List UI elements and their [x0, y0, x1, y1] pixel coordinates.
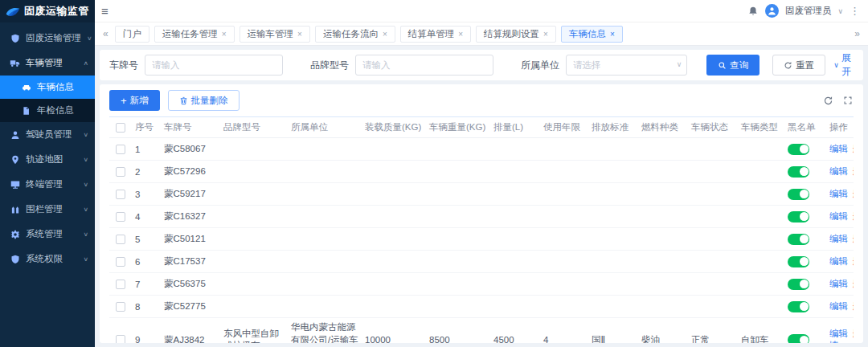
- tab-close-icon[interactable]: ×: [458, 30, 463, 39]
- cell-status: [688, 273, 738, 296]
- more-vertical-icon[interactable]: ⋮: [850, 5, 860, 17]
- row-checkbox[interactable]: [116, 280, 125, 289]
- reset-button[interactable]: 重置: [772, 55, 825, 76]
- row-checkbox[interactable]: [116, 167, 125, 177]
- batch-delete-button[interactable]: 批量删除: [168, 90, 240, 111]
- sidebar-item-fence-mgmt[interactable]: 围栏管理∨: [0, 197, 95, 222]
- edit-link[interactable]: 编辑: [829, 166, 848, 176]
- row-checkbox[interactable]: [116, 212, 125, 222]
- unit-filter-select-value[interactable]: [566, 55, 687, 76]
- blacklist-toggle[interactable]: [788, 189, 809, 200]
- tab-active-6[interactable]: 车辆信息×: [561, 26, 623, 43]
- blacklist-toggle[interactable]: [788, 301, 809, 312]
- blacklist-toggle[interactable]: [788, 166, 809, 178]
- tab-1[interactable]: 运输任务管理×: [154, 26, 235, 43]
- tabs-scroll-right-icon[interactable]: »: [853, 28, 862, 39]
- delete-link[interactable]: 删除: [853, 256, 854, 266]
- cell-actions: 编辑删除详情: [826, 296, 854, 318]
- fullscreen-icon[interactable]: [843, 96, 854, 106]
- blacklist-toggle[interactable]: [788, 279, 809, 290]
- cell-unit: [288, 161, 362, 183]
- tab-2[interactable]: 运输车管理×: [240, 26, 310, 43]
- tab-close-icon[interactable]: ×: [543, 30, 548, 39]
- app-logo: 固废运输监管: [0, 0, 95, 22]
- tab-4[interactable]: 结算单管理×: [400, 26, 471, 43]
- sidebar-item-vehicle-info[interactable]: 车辆信息: [0, 76, 95, 99]
- sidebar-item-inspection-info[interactable]: 年检信息: [0, 99, 95, 122]
- tab-label: 运输任务管理: [162, 28, 218, 40]
- cell-fuel: 柴油: [638, 318, 688, 344]
- row-checkbox[interactable]: [116, 302, 125, 312]
- tab-3[interactable]: 运输任务流向×: [315, 26, 395, 43]
- row-checkbox[interactable]: [116, 190, 125, 199]
- topbar: ≡ 固废管理员 ∨ ⋮: [95, 0, 868, 22]
- cell-index: 6: [132, 251, 161, 273]
- edit-link[interactable]: 编辑: [829, 234, 848, 243]
- edit-link[interactable]: 编辑: [829, 211, 848, 221]
- edit-link[interactable]: 编辑: [829, 329, 848, 338]
- search-button[interactable]: 查询: [706, 55, 760, 76]
- tab-label: 门户: [123, 28, 141, 40]
- select-all-checkbox[interactable]: [116, 123, 125, 133]
- edit-link[interactable]: 编辑: [829, 279, 848, 288]
- cell-vtype: [738, 273, 784, 296]
- tab-0[interactable]: 门户: [115, 26, 149, 43]
- table-body: 1蒙C58067编辑删除详情2蒙C57296编辑删除详情3蒙C59217编辑删除…: [109, 138, 854, 344]
- blacklist-toggle[interactable]: [788, 334, 809, 343]
- column-header-weight_kg: 车辆重量(KG): [426, 117, 490, 138]
- user-avatar[interactable]: [765, 4, 779, 18]
- cell-status: [688, 251, 738, 273]
- delete-link[interactable]: 删除: [853, 329, 854, 338]
- delete-link[interactable]: 删除: [853, 301, 854, 311]
- table-row: 4蒙C16327编辑删除详情: [109, 206, 854, 228]
- blacklist-toggle[interactable]: [788, 234, 809, 245]
- edit-link[interactable]: 编辑: [829, 256, 848, 266]
- row-checkbox[interactable]: [116, 335, 125, 343]
- sidebar-item-system-permission[interactable]: 系统权限∨: [0, 247, 95, 271]
- edit-link[interactable]: 编辑: [829, 301, 848, 311]
- cell-plate: 蒙AJ3842: [161, 318, 220, 344]
- cell-emission: [588, 296, 638, 318]
- edit-link[interactable]: 编辑: [829, 189, 848, 198]
- cell-load_kg: [362, 251, 426, 273]
- tabs-scroll-left-icon[interactable]: «: [101, 28, 110, 39]
- sidebar-item-vehicle-mgmt[interactable]: 车辆管理∧: [0, 51, 95, 76]
- sidebar-item-waste-transport-mgmt[interactable]: 固废运输管理∨: [0, 26, 95, 51]
- user-name[interactable]: 固废管理员: [785, 5, 832, 17]
- delete-link[interactable]: 删除: [853, 166, 854, 176]
- chevron-down-icon: ∨: [83, 132, 88, 138]
- expand-filters-link[interactable]: ∨ 展开: [833, 51, 854, 79]
- add-button[interactable]: + 新增: [109, 90, 160, 111]
- tab-close-icon[interactable]: ×: [383, 30, 387, 39]
- sidebar-item-system-mgmt[interactable]: 系统管理∨: [0, 222, 95, 247]
- row-checkbox[interactable]: [116, 145, 125, 154]
- delete-link[interactable]: 删除: [853, 211, 854, 221]
- brand-filter-input[interactable]: [355, 55, 493, 76]
- hamburger-menu-icon[interactable]: ≡: [101, 5, 108, 17]
- tab-close-icon[interactable]: ×: [297, 30, 302, 39]
- delete-link[interactable]: 删除: [853, 189, 854, 198]
- row-checkbox[interactable]: [116, 235, 125, 244]
- tab-close-icon[interactable]: ×: [222, 30, 227, 39]
- blacklist-toggle[interactable]: [788, 144, 809, 155]
- delete-link[interactable]: 删除: [853, 234, 854, 243]
- sidebar-item-driver-mgmt[interactable]: 驾驶员管理∨: [0, 122, 95, 147]
- search-button-label: 查询: [730, 59, 748, 71]
- delete-link[interactable]: 删除: [853, 144, 854, 153]
- tab-close-icon[interactable]: ×: [610, 30, 615, 39]
- tab-5[interactable]: 结算规则设置×: [476, 26, 556, 43]
- table-row: 7蒙C56375编辑删除详情: [109, 273, 854, 296]
- sidebar-item-track-map[interactable]: 轨迹地图∨: [0, 147, 95, 172]
- edit-link[interactable]: 编辑: [829, 144, 848, 153]
- cell-fuel: [638, 138, 688, 161]
- bell-icon[interactable]: [747, 6, 759, 17]
- blacklist-toggle[interactable]: [788, 211, 809, 222]
- unit-filter-select[interactable]: ∨: [566, 55, 687, 76]
- plate-filter-input[interactable]: [145, 55, 283, 76]
- refresh-table-icon[interactable]: [823, 96, 833, 106]
- row-checkbox[interactable]: [116, 257, 125, 267]
- blacklist-toggle[interactable]: [788, 256, 809, 267]
- sidebar-subitem-label: 车辆信息: [37, 81, 74, 93]
- sidebar-item-terminal-mgmt[interactable]: 终端管理∨: [0, 172, 95, 197]
- delete-link[interactable]: 删除: [853, 279, 854, 288]
